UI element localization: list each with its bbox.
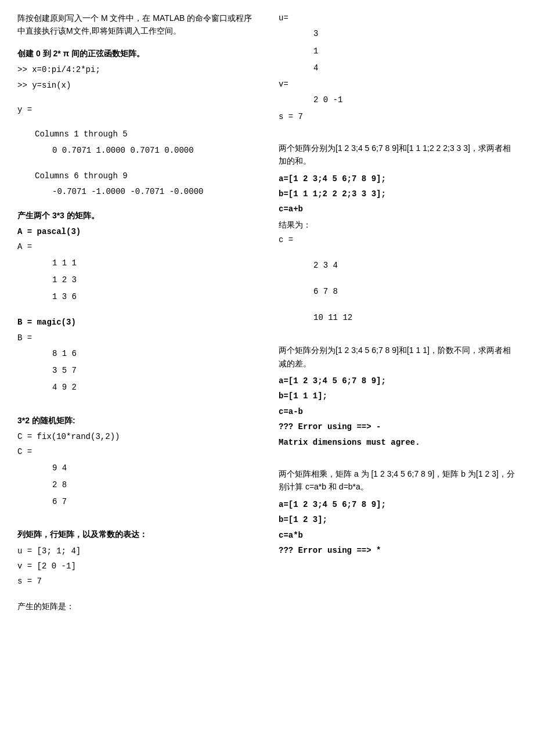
right-mul-b: b=[1 2 3]; [279,513,517,526]
right-mul-a: a=[1 2 3;4 5 6;7 8 9]; [279,498,517,511]
right-c-row3: 10 11 12 [313,311,517,325]
a-row2: 1 2 3 [52,273,255,287]
right-mul-desc: 两个矩阵相乘，矩阵 a 为 [1 2 3;4 5 6;7 8 9]，矩阵 b 为… [279,467,517,494]
right-section-uvs: u= 3 1 4 v= 2 0 -1 s = 7 [279,12,517,123]
right-v-label: v= [279,78,517,91]
right-sub-a: a=[1 2 3;4 5 6;7 8 9]; [279,375,517,387]
right-add-desc: 两个矩阵分别为[1 2 3;4 5 6;7 8 9]和[1 1 1;2 2 2;… [279,142,517,168]
section-vectors: 列矩阵，行矩阵，以及常数的表达： u = [3; 1; 4] v = [2 0 … [17,519,255,613]
c-row2: 2 8 [52,478,255,492]
right-add-a: a=[1 2 3;4 5 6;7 8 9]; [279,172,517,185]
b-label: B = [17,332,255,344]
right-u-label: u= [279,12,517,24]
right-c-label: c = [279,233,517,246]
right-add-result-label: 结果为： [279,218,517,231]
right-v-row1: 2 0 -1 [313,93,517,107]
b-row2: 3 5 7 [52,363,255,378]
b-row1: 8 1 6 [52,347,255,361]
v-code: v = [2 0 -1] [17,560,255,573]
right-mul-error1: ??? Error using ==> * [279,544,517,557]
right-c-row2: 6 7 8 [313,285,517,299]
c-label: C = [17,445,255,458]
intro-text: 阵按创建原则写入一个 M 文件中，在 MATLAB 的命令窗口或程序中直接执行该… [17,12,255,38]
right-sub-b: b=[1 1 1]; [279,390,517,402]
right-sub-desc: 两个矩阵分别为[1 2 3;4 5 6;7 8 9]和[1 1 1]，阶数不同，… [279,344,517,370]
y-label: y = [17,103,255,116]
u-code: u = [3; 1; 4] [17,545,255,557]
a-code: A = pascal(3) [17,225,255,238]
right-sub-error1: ??? Error using ==> - [279,420,517,433]
section-sine: 创建 0 到 2* π 间的正弦函数矩阵。 >> x=0:pi/4:2*pi; … [17,47,255,200]
right-sub-c: c=a-b [279,405,517,418]
right-section-sub: 两个矩阵分别为[1 2 3;4 5 6;7 8 9]和[1 1 1]，阶数不同，… [279,344,517,449]
section-random-title: 3*2 的随机矩阵: [17,414,255,427]
section-random: 3*2 的随机矩阵: C = fix(10*rand(3,2)) C = 9 4… [17,405,255,510]
code-x: >> x=0:pi/4:2*pi; [17,63,255,76]
a-row3: 1 3 6 [52,290,255,304]
s-code: s = 7 [17,575,255,588]
right-mul-c: c=a*b [279,529,517,542]
a-label: A = [17,240,255,253]
right-section-add: 两个矩阵分别为[1 2 3;4 5 6;7 8 9]和[1 1 1;2 2 2;… [279,142,517,325]
right-sub-error2: Matrix dimensions must agree. [279,436,517,449]
code-y: >> y=sin(x) [17,79,255,92]
right-u-row3: 4 [313,61,517,75]
columns2-label: Columns 6 through 9 [35,170,255,182]
right-add-b: b=[1 1 1;2 2 2;3 3 3]; [279,188,517,200]
right-u-row1: 3 [313,27,517,41]
a-row1: 1 1 1 [52,256,255,271]
columns1-values: 0 0.7071 1.0000 0.7071 0.0000 [52,143,255,158]
section-vectors-title: 列矩阵，行矩阵，以及常数的表达： [17,528,255,541]
right-section-mul: 两个矩阵相乘，矩阵 a 为 [1 2 3;4 5 6;7 8 9]，矩阵 b 为… [279,467,517,557]
result-label: 产生的矩阵是： [17,600,255,613]
columns1-label: Columns 1 through 5 [35,128,255,141]
right-add-c: c=a+b [279,203,517,215]
section-3x3-title: 产生两个 3*3 的矩阵。 [17,209,255,222]
c-row1: 9 4 [52,461,255,476]
right-u-row2: 1 [313,44,517,59]
right-s-label: s = 7 [279,110,517,123]
section-sine-title: 创建 0 到 2* π 间的正弦函数矩阵。 [17,47,255,60]
c-row3: 6 7 [52,495,255,509]
c-code: C = fix(10*rand(3,2)) [17,430,255,443]
section-3x3: 产生两个 3*3 的矩阵。 A = pascal(3) A = 1 1 1 1 … [17,209,255,395]
b-row3: 4 9 2 [52,380,255,395]
b-code: B = magic(3) [17,316,255,329]
right-c-row1: 2 3 4 [313,258,517,273]
columns2-values: -0.7071 -1.0000 -0.7071 -0.0000 [52,185,255,199]
